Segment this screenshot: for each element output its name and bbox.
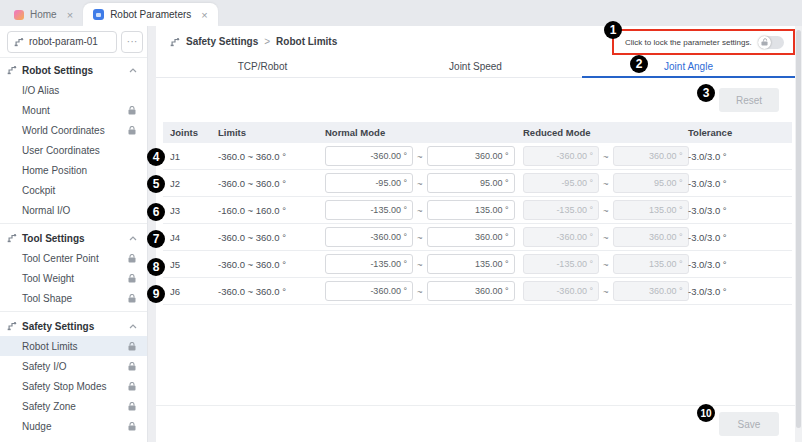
reduced-max-input bbox=[613, 173, 689, 193]
item-label: Mount bbox=[22, 105, 50, 116]
normal-min-input[interactable] bbox=[325, 146, 413, 166]
item-label: World Coordinates bbox=[22, 125, 105, 136]
home-icon bbox=[14, 10, 24, 20]
normal-mode-range: ~ bbox=[320, 281, 518, 301]
sidebar-item-tool-weight[interactable]: Tool Weight bbox=[0, 268, 147, 288]
sidebar-item-nudge[interactable]: Nudge bbox=[0, 416, 147, 436]
sidebar-section-robot-settings[interactable]: Robot Settings bbox=[0, 60, 147, 80]
section-divider bbox=[0, 311, 147, 312]
sidebar-item-tool-shape[interactable]: Tool Shape bbox=[0, 288, 147, 308]
sidebar-item-robot-limits[interactable]: Robot Limits bbox=[0, 336, 147, 356]
normal-min-input[interactable] bbox=[325, 200, 413, 220]
tab-tcp-robot[interactable]: TCP/Robot bbox=[156, 57, 369, 77]
normal-max-input[interactable] bbox=[427, 227, 515, 247]
normal-max-input[interactable] bbox=[427, 146, 515, 166]
section-label: Robot Settings bbox=[22, 65, 93, 76]
sidebar-item-io-alias[interactable]: I/O Alias bbox=[0, 80, 147, 100]
reduced-max-input bbox=[613, 200, 689, 220]
joint-limits: -360.0 ~ 360.0 ° bbox=[218, 178, 320, 189]
parameter-tabs: TCP/Robot Joint Speed Joint Angle bbox=[156, 57, 795, 78]
chevron-up-icon[interactable] bbox=[129, 68, 137, 73]
lock-toggle[interactable] bbox=[758, 36, 784, 49]
lock-icon bbox=[128, 126, 136, 135]
range-separator: ~ bbox=[603, 232, 609, 243]
table-row-j2: J2 -360.0 ~ 360.0 ° ~ ~ -3.0/3.0 ° bbox=[163, 170, 792, 197]
joint-limits: -360.0 ~ 360.0 ° bbox=[218, 259, 320, 270]
normal-min-input[interactable] bbox=[325, 227, 413, 247]
window-tab-robot-parameters[interactable]: Robot Parameters × bbox=[83, 3, 218, 26]
reset-button[interactable]: Reset bbox=[719, 88, 779, 112]
more-options-button[interactable]: ··· bbox=[121, 31, 143, 53]
close-icon[interactable]: × bbox=[201, 9, 207, 21]
sidebar: robot-param-01 ··· Robot Settings I/O Al… bbox=[0, 26, 148, 442]
sidebar-section-safety-settings[interactable]: Safety Settings bbox=[0, 316, 147, 336]
reduced-min-input bbox=[523, 173, 599, 193]
normal-max-input[interactable] bbox=[427, 173, 515, 193]
joint-tolerance: -3.0/3.0 ° bbox=[683, 232, 792, 243]
header-normal-mode: Normal Mode bbox=[320, 127, 518, 138]
tab-joint-angle[interactable]: Joint Angle bbox=[582, 57, 795, 77]
sidebar-item-home-position[interactable]: Home Position bbox=[0, 160, 147, 180]
normal-max-input[interactable] bbox=[427, 281, 515, 301]
range-separator: ~ bbox=[417, 259, 423, 270]
reset-row: Reset bbox=[156, 78, 795, 122]
scrollbar-thumb[interactable] bbox=[796, 30, 801, 428]
robot-parameters-icon bbox=[93, 9, 104, 20]
reduced-min-input bbox=[523, 227, 599, 247]
sidebar-item-user-coordinates[interactable]: User Coordinates bbox=[0, 140, 147, 160]
range-separator: ~ bbox=[417, 205, 423, 216]
annotation-badge-7: 7 bbox=[147, 230, 165, 248]
save-button[interactable]: Save bbox=[719, 412, 779, 436]
window-tab-robot-parameters-label: Robot Parameters bbox=[110, 9, 191, 20]
reduced-mode-range: ~ bbox=[518, 200, 683, 220]
lock-setting-highlight-box: Click to lock the parameter settings. bbox=[612, 29, 795, 55]
param-file-name: robot-param-01 bbox=[29, 36, 98, 47]
range-separator: ~ bbox=[417, 286, 423, 297]
vertical-scrollbar[interactable] bbox=[795, 26, 802, 442]
normal-min-input[interactable] bbox=[325, 281, 413, 301]
header-tolerance: Tolerance bbox=[683, 127, 792, 138]
sidebar-item-safety-zone[interactable]: Safety Zone bbox=[0, 396, 147, 416]
range-separator: ~ bbox=[603, 151, 609, 162]
sidebar-item-tool-center-point[interactable]: Tool Center Point bbox=[0, 248, 147, 268]
sidebar-item-safety-io[interactable]: Safety I/O bbox=[0, 356, 147, 376]
normal-min-input[interactable] bbox=[325, 173, 413, 193]
normal-max-input[interactable] bbox=[427, 254, 515, 274]
sidebar-item-mount[interactable]: Mount bbox=[0, 100, 147, 120]
app-frame: robot-param-01 ··· Robot Settings I/O Al… bbox=[0, 26, 802, 442]
annotation-badge-10: 10 bbox=[697, 404, 715, 422]
item-label: Home Position bbox=[22, 165, 87, 176]
range-separator: ~ bbox=[417, 151, 423, 162]
normal-min-input[interactable] bbox=[325, 254, 413, 274]
sidebar-item-world-coordinates[interactable]: World Coordinates bbox=[0, 120, 147, 140]
window-tab-home[interactable]: Home × bbox=[4, 3, 83, 26]
sidebar-item-normal-io[interactable]: Normal I/O bbox=[0, 200, 147, 220]
chevron-up-icon[interactable] bbox=[129, 324, 137, 329]
normal-max-input[interactable] bbox=[427, 200, 515, 220]
item-label: Tool Shape bbox=[22, 293, 72, 304]
lock-icon bbox=[128, 106, 136, 115]
range-separator: ~ bbox=[417, 178, 423, 189]
joint-limits: -360.0 ~ 360.0 ° bbox=[218, 151, 320, 162]
param-file-selector[interactable]: robot-param-01 bbox=[7, 31, 117, 53]
lock-icon bbox=[128, 402, 136, 411]
lock-icon bbox=[128, 382, 136, 391]
joint-label: J5 bbox=[163, 259, 218, 270]
section-label: Tool Settings bbox=[22, 233, 85, 244]
unlock-icon bbox=[758, 36, 771, 49]
item-label: Tool Center Point bbox=[22, 253, 99, 264]
breadcrumb-parent[interactable]: Safety Settings bbox=[186, 36, 258, 47]
tab-joint-speed[interactable]: Joint Speed bbox=[369, 57, 582, 77]
sidebar-section-tool-settings[interactable]: Tool Settings bbox=[0, 228, 147, 248]
item-label: User Coordinates bbox=[22, 145, 100, 156]
robot-arm-icon bbox=[7, 233, 17, 243]
breadcrumb-current: Robot Limits bbox=[276, 36, 337, 47]
reduced-mode-range: ~ bbox=[518, 227, 683, 247]
sidebar-item-safety-stop-modes[interactable]: Safety Stop Modes bbox=[0, 376, 147, 396]
close-icon[interactable]: × bbox=[67, 9, 73, 21]
joint-tolerance: -3.0/3.0 ° bbox=[683, 259, 792, 270]
window-tab-home-label: Home bbox=[30, 9, 57, 20]
item-label: I/O Alias bbox=[22, 85, 59, 96]
chevron-up-icon[interactable] bbox=[129, 236, 137, 241]
sidebar-item-cockpit[interactable]: Cockpit bbox=[0, 180, 147, 200]
